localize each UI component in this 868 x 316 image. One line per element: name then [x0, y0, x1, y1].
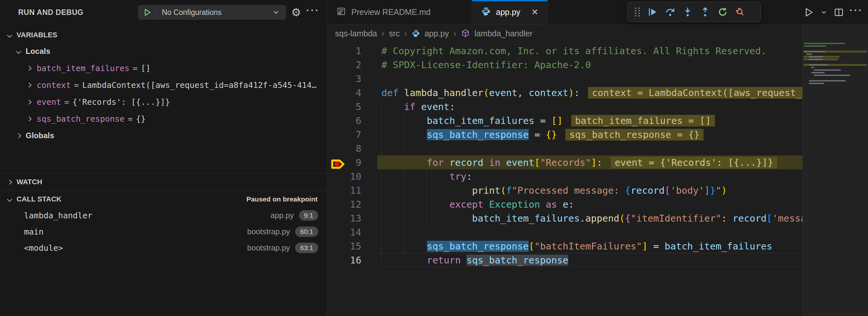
variable-row[interactable]: event={'Records': [{...}]}	[0, 93, 327, 110]
disconnect-button[interactable]	[732, 3, 749, 21]
variable-value: {'Records': [{...}]}	[72, 97, 170, 107]
code-line: 2# SPDX-License-Identifier: Apache-2.0	[327, 58, 803, 72]
frame-name: main	[24, 227, 43, 236]
chevron-right-icon	[27, 116, 32, 121]
line-number: 8	[356, 143, 361, 154]
breadcrumb: sqs-lambda › src › app.py › lambda_handl…	[327, 25, 868, 42]
continue-button[interactable]	[644, 3, 661, 21]
call-stack-frame[interactable]: mainbootstrap.py60:1	[0, 224, 327, 240]
variables-section-header[interactable]: VARIABLES	[0, 27, 327, 43]
code-text: print(f"Processed message: {record['body…	[381, 185, 727, 196]
split-editor-button[interactable]	[832, 6, 846, 19]
breadcrumb-item-folder[interactable]: src	[389, 29, 400, 38]
start-debug-icon[interactable]	[138, 5, 156, 19]
code-text: for record in event["Records"]:event = {…	[381, 157, 777, 168]
run-python-file-button[interactable]	[802, 6, 816, 19]
code-text: if event:	[381, 101, 455, 112]
code-line: 16 return sqs_batch_response	[327, 253, 803, 267]
call-stack-frame[interactable]: <module>bootstrap.py63:1	[0, 240, 327, 256]
line-number: 16	[350, 255, 361, 266]
breadcrumb-item-folder[interactable]: sqs-lambda	[335, 29, 377, 38]
code-line: 13 batch_item_failures.append({"itemIden…	[327, 211, 803, 225]
editor-gutter[interactable]: 13	[327, 213, 381, 224]
code-text: except Exception as e:	[381, 199, 574, 210]
editor-tab-bar: Preview README.md app.py ✕	[327, 0, 868, 25]
code-text: sqs_batch_response["batchItemFailures"] …	[381, 241, 772, 252]
watch-label: WATCH	[17, 178, 42, 186]
locals-row[interactable]: Locals	[0, 43, 327, 60]
editor-gutter[interactable]: 15	[327, 241, 381, 252]
breadcrumb-separator: ›	[454, 29, 456, 39]
editor-gutter[interactable]: 12	[327, 199, 381, 210]
editor-gutter[interactable]: 6	[327, 115, 381, 126]
frame-name: lambda_handler	[24, 211, 92, 220]
editor-gutter[interactable]: 14	[327, 227, 381, 238]
equals-sign: =	[129, 64, 141, 73]
step-over-button[interactable]	[661, 3, 679, 21]
breadcrumb-item-symbol[interactable]: lambda_handler	[474, 29, 533, 38]
minimap-line	[809, 83, 824, 84]
frame-position-badge: 60:1	[295, 226, 318, 237]
editor-gutter[interactable]: 2	[327, 59, 381, 70]
markdown-preview-icon	[336, 6, 346, 18]
more-actions-icon[interactable]: ···	[849, 6, 864, 19]
step-into-button[interactable]	[679, 3, 696, 21]
call-stack-label: CALL STACK	[17, 195, 62, 203]
call-stack-frame[interactable]: lambda_handlerapp.py9:1	[0, 207, 327, 224]
editor-actions: ···	[802, 4, 864, 21]
variable-row[interactable]: context=LambdaContext([aws_request_id=a8…	[0, 76, 327, 93]
sidebar-header: RUN AND DEBUG No Configurations ⚙ ···	[0, 0, 327, 25]
debug-config-dropdown[interactable]: No Configurations	[138, 5, 286, 20]
minimap-line	[806, 54, 812, 55]
frame-position-badge: 9:1	[299, 210, 318, 221]
code-text: # SPDX-License-Identifier: Apache-2.0	[381, 59, 591, 70]
chevron-right-icon	[7, 180, 12, 185]
editor-gutter[interactable]: 11	[327, 185, 381, 196]
frame-file: bootstrap.py	[247, 243, 295, 252]
line-number: 10	[350, 171, 361, 182]
variable-row[interactable]: batch_item_failures=[]	[0, 60, 327, 76]
editor-gutter[interactable]: 10	[327, 171, 381, 182]
run-dropdown-chevron-icon[interactable]	[819, 6, 829, 19]
call-stack-section-header[interactable]: CALL STACK Paused on breakpoint	[0, 191, 327, 207]
editor-gutter[interactable]: 5	[327, 101, 381, 112]
drag-handle-icon[interactable]	[631, 3, 644, 21]
close-icon[interactable]: ✕	[531, 7, 538, 17]
minimap-line	[804, 51, 825, 52]
chevron-right-icon	[27, 83, 32, 88]
editor-gutter[interactable]: 4	[327, 87, 381, 98]
minimap[interactable]	[803, 25, 868, 316]
code-line: 4def lambda_handler(event, context):cont…	[327, 86, 803, 100]
editor-gutter[interactable]: 7	[327, 129, 381, 140]
frame-name: <module>	[24, 243, 63, 253]
breadcrumb-item-file[interactable]: app.py	[425, 29, 449, 38]
globals-row[interactable]: Globals	[0, 127, 327, 144]
line-number: 11	[350, 185, 361, 196]
code-line: 9 for record in event["Records"]:event =…	[327, 155, 803, 169]
editor-gutter[interactable]: 3	[327, 73, 381, 84]
variable-name: event	[37, 97, 61, 107]
variable-row[interactable]: sqs_batch_response={}	[0, 110, 327, 127]
symbol-method-icon	[461, 29, 470, 38]
restart-button[interactable]	[714, 3, 732, 21]
more-actions-icon[interactable]: ···	[307, 6, 319, 19]
equals-sign: =	[71, 81, 82, 90]
watch-section-header[interactable]: WATCH	[0, 173, 327, 191]
current-breakpoint-icon[interactable]	[331, 157, 347, 171]
code-content[interactable]: 1# Copyright Amazon.com, Inc. or its aff…	[327, 44, 803, 316]
python-icon	[412, 29, 420, 38]
minimap-line	[814, 74, 850, 76]
line-number: 15	[350, 241, 361, 252]
gear-icon[interactable]: ⚙	[290, 6, 303, 19]
editor-gutter[interactable]: 16	[327, 255, 381, 266]
tab-preview-readme[interactable]: Preview README.md	[327, 0, 472, 24]
paused-status-badge: Paused on breakpoint	[247, 195, 317, 203]
editor-gutter[interactable]: 8	[327, 143, 381, 154]
debug-toolbar	[627, 2, 761, 22]
tab-label: app.py	[496, 7, 520, 17]
code-line: 1# Copyright Amazon.com, Inc. or its aff…	[327, 44, 803, 58]
editor-gutter[interactable]: 9	[327, 157, 381, 168]
step-out-button[interactable]	[696, 3, 714, 21]
tab-app-py[interactable]: app.py ✕	[472, 0, 548, 24]
editor-gutter[interactable]: 1	[327, 45, 381, 57]
